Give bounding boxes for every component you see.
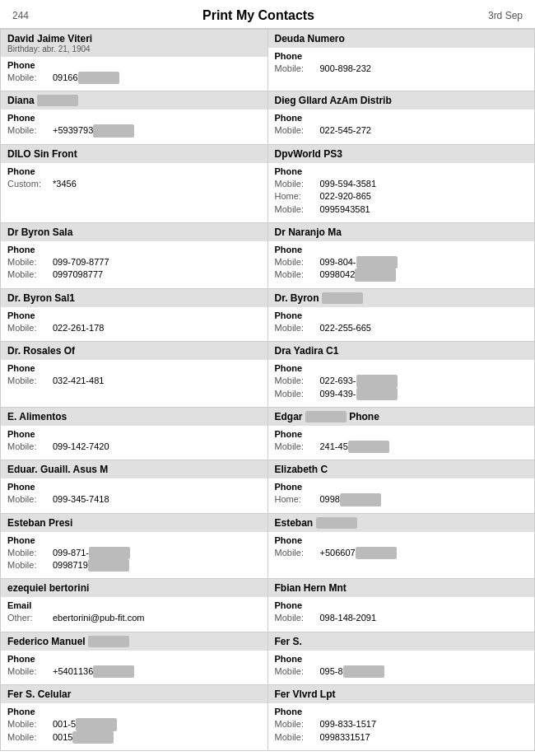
contact-card: DILO Sin FrontPhoneCustom:*3456 bbox=[1, 145, 268, 223]
field-value: 241-45██████ bbox=[320, 441, 389, 453]
field-type: Mobile: bbox=[7, 665, 53, 678]
field-value: 099-804-██████ bbox=[320, 256, 398, 268]
section-label: Phone bbox=[7, 245, 261, 254]
contact-card: Fer S.PhoneMobile:095-8██████ bbox=[268, 632, 536, 685]
field-value: 099-345-7418 bbox=[53, 493, 109, 506]
field-type: Mobile: bbox=[7, 559, 53, 572]
contact-name: Elizabeth C bbox=[268, 460, 535, 478]
field-row: Mobile:022-693-██████ bbox=[275, 375, 528, 387]
contact-card: Dr. Rosales OfPhoneMobile:032-421-481 bbox=[1, 342, 268, 408]
field-type: Mobile: bbox=[7, 322, 53, 334]
contact-card: Esteban ████PhoneMobile:+506607██████ bbox=[268, 514, 536, 580]
field-type: Home: bbox=[275, 493, 320, 506]
field-value: 032-421-481 bbox=[53, 375, 104, 387]
contact-card: Dr. Byron ████PhoneMobile:022-255-665 bbox=[268, 289, 536, 342]
section-label: Phone bbox=[7, 654, 261, 664]
contact-name: Eduar. Guaill. Asus M bbox=[1, 460, 268, 478]
field-value: 0998██████ bbox=[320, 493, 381, 506]
field-row: Mobile:0998331517 bbox=[275, 731, 528, 744]
contact-name: Fbian Hern Mnt bbox=[268, 579, 535, 597]
contact-card: Dieg Gllard AzAm DistribPhoneMobile:022-… bbox=[268, 91, 536, 144]
contact-card: Fer S. CelularPhoneMobile:001-5██████Mob… bbox=[1, 685, 268, 751]
field-value: 0998719██████ bbox=[53, 559, 129, 572]
contact-card: Dra Yadira C1PhoneMobile:022-693-██████M… bbox=[268, 342, 536, 408]
field-value: +5939793██████ bbox=[53, 124, 134, 137]
field-value: 0015██████ bbox=[53, 731, 114, 744]
section-label: Phone bbox=[275, 600, 528, 610]
field-value: 001-5██████ bbox=[53, 718, 117, 730]
field-type: Mobile: bbox=[7, 441, 53, 453]
field-row: Mobile:099-594-3581 bbox=[275, 178, 528, 190]
field-type: Mobile: bbox=[7, 256, 53, 268]
field-row: Mobile:900-898-232 bbox=[275, 63, 528, 75]
field-value: 099-709-8777 bbox=[53, 256, 109, 268]
field-value: 0997098777 bbox=[53, 268, 103, 281]
contact-name: Dieg Gllard AzAm Distrib bbox=[268, 91, 535, 110]
contact-card: Elizabeth CPhoneHome:0998██████ bbox=[268, 460, 536, 513]
field-type: Mobile: bbox=[275, 612, 320, 624]
contact-card: Eduar. Guaill. Asus MPhoneMobile:099-345… bbox=[1, 460, 268, 513]
contact-name: David Jaime ViteriBirthday: abr. 21, 190… bbox=[1, 30, 268, 57]
contact-name: Dr Naranjo Ma bbox=[268, 223, 535, 241]
field-value: *3456 bbox=[53, 178, 77, 190]
field-value: 900-898-232 bbox=[320, 63, 371, 75]
field-type: Mobile: bbox=[275, 322, 320, 334]
field-row: Mobile:+5401136██████ bbox=[7, 665, 261, 678]
field-row: Mobile:099-871-██████ bbox=[7, 547, 261, 559]
field-value: 09166██████ bbox=[53, 72, 119, 84]
field-type: Mobile: bbox=[7, 718, 53, 730]
field-row: Mobile:098-148-2091 bbox=[275, 612, 528, 624]
field-row: Mobile:09166██████ bbox=[7, 72, 261, 84]
contact-name: ezequiel bertorini bbox=[1, 579, 268, 597]
contact-card: E. AlimentosPhoneMobile:099-142-7420 bbox=[1, 408, 268, 460]
field-row: Mobile:0998719██████ bbox=[7, 559, 261, 572]
field-row: Custom:*3456 bbox=[7, 178, 261, 190]
contact-card: Diana ████PhoneMobile:+5939793██████ bbox=[1, 91, 268, 144]
page-number: 244 bbox=[12, 10, 29, 21]
section-label: Phone bbox=[7, 166, 261, 176]
contact-name: Esteban Presi bbox=[1, 514, 268, 532]
contact-name: Federico Manuel ████ bbox=[1, 632, 268, 651]
contact-name: Dr. Byron ████ bbox=[268, 289, 535, 307]
contact-name: Deuda Numero bbox=[268, 30, 535, 48]
field-type: Mobile: bbox=[7, 547, 53, 559]
field-type: Mobile: bbox=[275, 441, 320, 453]
field-row: Mobile:099-345-7418 bbox=[7, 493, 261, 506]
section-label: Phone bbox=[275, 51, 528, 61]
page-title: Print My Contacts bbox=[202, 8, 314, 23]
section-label: Phone bbox=[7, 310, 261, 320]
contact-card: Dr. Byron Sal1PhoneMobile:022-261-178 bbox=[1, 289, 268, 342]
contact-card: Dr Naranjo MaPhoneMobile:099-804-██████M… bbox=[268, 223, 536, 289]
section-label: Phone bbox=[7, 113, 261, 123]
field-value: 022-261-178 bbox=[53, 322, 104, 334]
field-type: Mobile: bbox=[7, 493, 53, 506]
field-row: Mobile:022-545-272 bbox=[275, 124, 528, 137]
field-value: 0998042██████ bbox=[320, 268, 397, 281]
field-type: Mobile: bbox=[275, 178, 320, 190]
field-type: Mobile: bbox=[275, 124, 320, 137]
contact-card: Dr Byron SalaPhoneMobile:099-709-8777Mob… bbox=[1, 223, 268, 289]
field-row: Mobile:022-255-665 bbox=[275, 322, 528, 334]
contact-name: DILO Sin Front bbox=[1, 145, 268, 163]
contact-card: Federico Manuel ████PhoneMobile:+5401136… bbox=[1, 632, 268, 685]
field-row: Mobile:+506607██████ bbox=[275, 547, 528, 559]
contacts-grid: David Jaime ViteriBirthday: abr. 21, 190… bbox=[0, 29, 535, 751]
field-value: 099-871-██████ bbox=[53, 547, 130, 559]
field-type: Mobile: bbox=[275, 547, 320, 559]
section-label: Phone bbox=[7, 482, 261, 492]
contact-name: Fer S. bbox=[268, 632, 535, 651]
field-row: Mobile:241-45██████ bbox=[275, 441, 528, 453]
contact-name: Diana ████ bbox=[1, 91, 268, 110]
field-value: 022-545-272 bbox=[320, 124, 371, 137]
section-label: Phone bbox=[275, 535, 528, 545]
page-date: 3rd Sep bbox=[488, 10, 523, 21]
field-type: Mobile: bbox=[275, 256, 320, 268]
field-type: Mobile: bbox=[7, 268, 53, 281]
field-type: Mobile: bbox=[7, 124, 53, 137]
contact-name: Esteban ████ bbox=[268, 514, 535, 532]
section-label: Phone bbox=[7, 60, 261, 70]
field-type: Mobile: bbox=[275, 375, 320, 387]
section-label: Phone bbox=[275, 166, 528, 176]
field-value: 099-439-██████ bbox=[320, 388, 398, 400]
contact-name: DpvWorld PS3 bbox=[268, 145, 535, 163]
